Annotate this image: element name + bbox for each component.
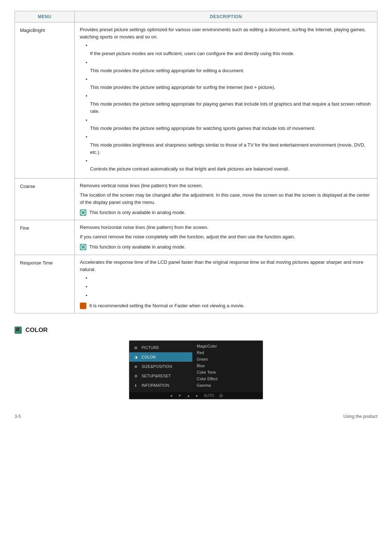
monitor-menu-left-item[interactable]: ◑COLOR (129, 352, 192, 362)
monitor-menu-left-item[interactable]: ℹINFORMATION (129, 381, 192, 390)
monitor-menu-left-item[interactable]: ⊞PICTURE (129, 343, 192, 352)
note-text: It is recommended setting the Normal or … (89, 302, 245, 309)
note-text: This function is only available in analo… (89, 243, 185, 251)
desc-cell: Provides preset picture settings optimiz… (75, 22, 377, 178)
monitor-menu-right-item: Red (197, 349, 258, 356)
monitor-menu-right-item: Color Tone (197, 369, 258, 376)
monitor-menu-right-item: MagicColor (197, 343, 258, 349)
menu-cell: Response Time (15, 255, 75, 313)
menu-left-panel: ⊞PICTURE◑COLOR⊕SIZE&POSITION⚙SETUP&RESET… (129, 341, 192, 392)
note-row: This function is only available in analo… (80, 209, 372, 216)
note-row: This function is only available in analo… (80, 243, 372, 251)
menu-cell: Coarse (15, 178, 75, 220)
bullet-detail: This mode provides the picture setting a… (90, 125, 372, 132)
monitor-menu-left-item[interactable]: ⚙SETUP&RESET (129, 371, 192, 381)
bullet-detail: Controls the picture contrast automatica… (90, 165, 372, 173)
monitor-menu-inner: ⊞PICTURE◑COLOR⊕SIZE&POSITION⚙SETUP&RESET… (129, 341, 263, 392)
monitor-menu: ⊞PICTURE◑COLOR⊕SIZE&POSITION⚙SETUP&RESET… (129, 340, 263, 399)
menu-cell: Fine (15, 220, 75, 255)
menu-icon: ⚙ (133, 373, 139, 379)
bottom-bar-button[interactable]: ⏻ (218, 394, 224, 398)
monitor-menu-right-item: Green (197, 356, 258, 362)
monitor-menu-right-item: Blue (197, 362, 258, 369)
color-section-icon (15, 327, 22, 334)
color-section-label: COLOR (25, 327, 48, 334)
bottom-bar-button[interactable]: ◄ (168, 394, 174, 398)
desc-intro: Accelerates the response time of the LCD… (80, 259, 372, 273)
desc-para1: Removes horizontal noise lines (line pat… (80, 224, 372, 231)
bullet-label (86, 59, 372, 66)
monitor-menu-wrapper: ⊞PICTURE◑COLOR⊕SIZE&POSITION⚙SETUP&RESET… (15, 340, 377, 399)
bullet-detail: This mode provides the picture setting a… (90, 67, 372, 74)
bullet-detail: If the preset picture modes are not suff… (90, 50, 372, 57)
menu-label: SETUP&RESET (142, 374, 171, 378)
desc-para1: Removes vertical noise lines (line patte… (80, 182, 372, 189)
monitor-bottom-bar: ◄▼▲►AUTO⏻ (129, 392, 263, 399)
col-header-desc: DESCRIPTION (75, 11, 377, 22)
bottom-bar-button[interactable]: ▼ (177, 394, 183, 398)
bullet-detail: This mode provides the picture setting a… (90, 84, 372, 91)
bullet-detail: This mode provides the picture setting a… (90, 100, 372, 115)
color-section-title: COLOR (15, 327, 377, 334)
bottom-bar-button[interactable]: AUTO (203, 394, 215, 398)
desc-cell: Accelerates the response time of the LCD… (75, 255, 377, 313)
bullet-label (86, 292, 372, 299)
color-section: COLOR ⊞PICTURE◑COLOR⊕SIZE&POSITION⚙SETUP… (15, 327, 377, 399)
menu-cell: MagicBright (15, 22, 75, 178)
menu-icon: ⊕ (133, 364, 139, 369)
footer-page-number: 3-5 (15, 414, 21, 419)
menu-label: PICTURE (142, 345, 159, 350)
page-footer: 3-5 Using the product (15, 414, 377, 419)
menu-right-panel: MagicColorRedGreenBlueColor ToneColor Ef… (192, 341, 263, 392)
menu-icon: ◑ (133, 354, 139, 360)
bullet-label (86, 134, 372, 141)
desc-intro: Provides preset picture settings optimiz… (80, 26, 372, 41)
menu-label: COLOR (142, 355, 156, 359)
desc-para2: The location of the screen may be change… (80, 192, 372, 206)
footer-label: Using the product (343, 414, 377, 419)
menu-label: SIZE&POSITION (142, 364, 172, 369)
note-icon (80, 244, 86, 250)
note-icon (80, 303, 86, 309)
menu-label: INFORMATION (142, 383, 169, 387)
bullet-label (86, 283, 372, 291)
bullet-label (86, 157, 372, 165)
bullet-label (86, 76, 372, 83)
note-text: This function is only available in analo… (89, 209, 185, 216)
bullet-label (86, 42, 372, 49)
menu-icon: ℹ (133, 382, 139, 388)
main-table: MENU DESCRIPTION MagicBrightProvides pre… (15, 11, 377, 313)
monitor-menu-right-item: Color Effect (197, 376, 258, 382)
monitor-menu-right-item: Gamma (197, 382, 258, 389)
desc-para2: If you cannot remove the noise completel… (80, 233, 372, 241)
note-icon (80, 209, 86, 216)
bullet-label (86, 93, 372, 100)
desc-cell: Removes vertical noise lines (line patte… (75, 178, 377, 220)
bottom-bar-button[interactable]: ► (194, 394, 200, 398)
bullet-label (86, 275, 372, 282)
bottom-bar-button[interactable]: ▲ (185, 394, 191, 398)
note-row: It is recommended setting the Normal or … (80, 302, 372, 309)
bullet-detail: This mode provides brightness and sharpn… (90, 141, 372, 156)
menu-icon: ⊞ (133, 345, 139, 350)
desc-cell: Removes horizontal noise lines (line pat… (75, 220, 377, 255)
monitor-menu-left-item[interactable]: ⊕SIZE&POSITION (129, 362, 192, 371)
bullet-label (86, 117, 372, 124)
col-header-menu: MENU (15, 11, 75, 22)
